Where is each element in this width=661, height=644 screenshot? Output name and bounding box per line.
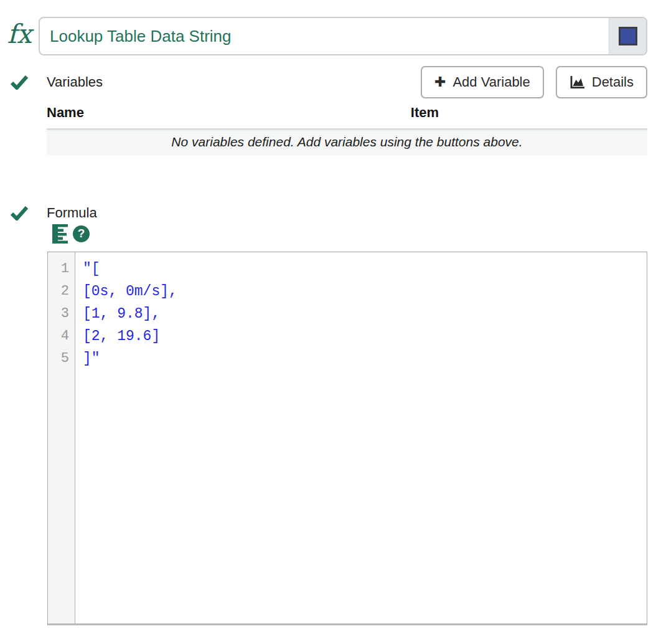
variables-table-header: Name Item <box>47 98 647 128</box>
line-number: 1 <box>48 258 75 280</box>
area-chart-icon <box>570 75 585 89</box>
code-line: "[ <box>83 258 642 280</box>
add-variable-button[interactable]: ✚ Add Variable <box>421 66 544 98</box>
formula-code-editor: 1 2 3 4 5 "[ [0s, 0m/s], [1, 9.8], [2, 1… <box>47 252 647 625</box>
variables-table: Name Item No variables defined. Add vari… <box>47 98 647 155</box>
feature-name-input-group <box>39 17 647 55</box>
line-number: 2 <box>48 280 75 303</box>
variables-valid-check <box>0 75 47 90</box>
list-lines-icon[interactable] <box>52 224 68 244</box>
column-header-name: Name <box>47 105 411 121</box>
line-number: 4 <box>48 325 75 348</box>
details-button-label: Details <box>592 74 634 90</box>
color-swatch-icon <box>619 27 637 45</box>
code-line: ]" <box>83 348 642 370</box>
code-line: [0s, 0m/s], <box>83 280 642 303</box>
variables-buttons: ✚ Add Variable Details <box>421 66 647 98</box>
formula-toolbar: ? <box>52 224 661 244</box>
line-number: 5 <box>48 348 75 370</box>
question-glyph: ? <box>78 227 85 240</box>
editor-line-number-gutter: 1 2 3 4 5 <box>48 252 75 623</box>
question-circle-icon[interactable]: ? <box>73 225 90 242</box>
formula-section-label: Formula <box>47 205 97 221</box>
column-header-item: Item <box>411 105 647 121</box>
feature-name-row: fx <box>0 17 647 55</box>
fx-icon: fx <box>0 17 39 55</box>
editor-code-area[interactable]: "[ [0s, 0m/s], [1, 9.8], [2, 19.6] ]" <box>75 252 647 623</box>
fx-icon-glyph: fx <box>7 21 31 51</box>
code-line: [2, 19.6] <box>83 325 642 348</box>
details-button[interactable]: Details <box>556 66 647 98</box>
formula-valid-check <box>0 206 47 220</box>
feature-name-input[interactable] <box>40 18 609 54</box>
variables-section-label: Variables <box>47 74 103 90</box>
code-line: [1, 9.8], <box>83 303 642 325</box>
variables-empty-message: No variables defined. Add variables usin… <box>47 128 647 155</box>
check-icon <box>11 75 28 90</box>
formula-section-header: Formula <box>0 205 647 221</box>
color-swatch-button[interactable] <box>609 18 646 54</box>
check-icon <box>11 206 28 220</box>
add-variable-button-label: Add Variable <box>452 74 530 90</box>
plus-icon: ✚ <box>434 75 446 89</box>
line-number: 3 <box>48 303 75 325</box>
variables-section-header: Variables ✚ Add Variable Details <box>0 66 647 98</box>
